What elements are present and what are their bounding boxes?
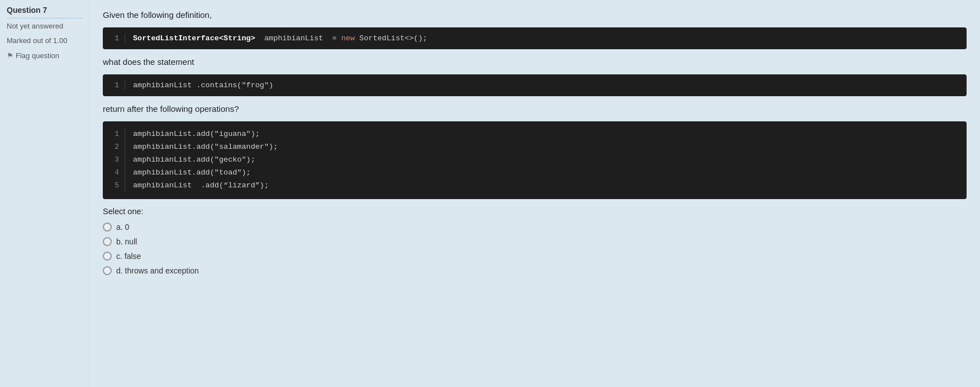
line-number: 5 [110,180,125,192]
flag-icon: ⚑ [7,51,13,60]
code-content: amphibianList.add("toad"); [133,167,251,180]
code-content: SortedListInterface<String> amphibianLis… [133,34,427,43]
code-content: amphibianList .contains("frog") [133,81,273,89]
line-number: 1 [110,34,125,43]
code-block-1: 1 SortedListInterface<String> amphibianL… [103,27,967,49]
code-content: amphibianList.add("salamander"); [133,141,278,154]
line-number: 3 [110,154,125,166]
option-c[interactable]: c. false [103,252,967,261]
code-block-2: 1 amphibianList .contains("frog") [103,74,967,96]
option-a-label: a. 0 [116,223,129,232]
sidebar: Question 7 Not yet answered Marked out o… [0,0,89,387]
code-line: 1 SortedListInterface<String> amphibianL… [103,34,967,43]
option-a[interactable]: a. 0 [103,223,967,232]
code-line: 5 amphibianList .add(“lizard”); [103,180,967,192]
radio-d[interactable] [103,266,112,275]
line-number: 2 [110,141,125,153]
option-c-label: c. false [116,252,141,261]
line-number: 4 [110,167,125,179]
code-line: 2 amphibianList.add("salamander"); [103,141,967,154]
option-b-label: b. null [116,237,137,246]
code-line: 3 amphibianList.add("gecko"); [103,154,967,167]
question-status: Not yet answered [7,22,82,30]
question-title: Question 7 [7,6,82,18]
radio-c[interactable] [103,252,112,261]
option-d-label: d. throws and exception [116,266,199,275]
page-container: Question 7 Not yet answered Marked out o… [0,0,980,387]
radio-a[interactable] [103,223,112,232]
code-content: amphibianList .add(“lizard”); [133,180,269,192]
select-one-label: Select one: [103,207,967,216]
end-text: return after the following operations? [103,104,967,114]
middle-text: what does the statement [103,57,967,67]
line-number: 1 [110,81,125,89]
code-line: 1 amphibianList.add("iguana"); [103,128,967,141]
radio-b[interactable] [103,237,112,246]
line-number: 1 [110,128,125,140]
option-d[interactable]: d. throws and exception [103,266,967,275]
flag-question-button[interactable]: ⚑ Flag question [7,51,82,60]
code-block-3: 1 amphibianList.add("iguana"); 2 amphibi… [103,121,967,199]
option-b[interactable]: b. null [103,237,967,246]
marked-out-of: Marked out of 1.00 [7,36,82,46]
main-content: Given the following definition, 1 Sorted… [89,0,980,387]
code-line: 1 amphibianList .contains("frog") [103,81,967,89]
intro-text: Given the following definition, [103,10,967,20]
code-line: 4 amphibianList.add("toad"); [103,167,967,180]
code-content: amphibianList.add("gecko"); [133,154,255,167]
flag-question-label: Flag question [16,51,59,60]
code-content: amphibianList.add("iguana"); [133,128,260,141]
